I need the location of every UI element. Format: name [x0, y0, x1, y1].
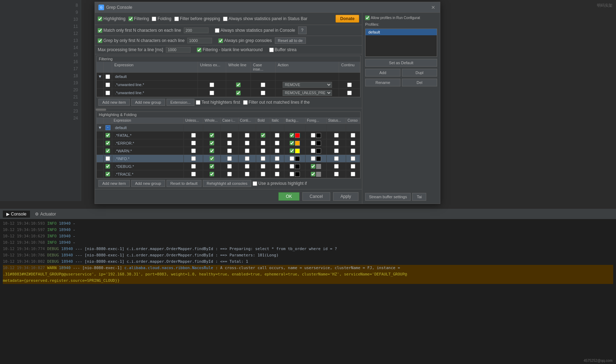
fatal-bg-check[interactable] — [290, 133, 294, 138]
always-show-console-checkbox[interactable] — [215, 28, 219, 33]
hl-group-check-icon[interactable]: − — [105, 125, 110, 130]
trace-bg-check[interactable] — [290, 172, 294, 176]
debug-status[interactable] — [334, 164, 339, 169]
reset-all-button[interactable]: Reset all to de — [275, 37, 306, 44]
fatal-checkbox[interactable] — [105, 133, 110, 138]
stream-buffer-btn[interactable]: Stream buffer settings — [365, 193, 411, 201]
always-show-status-checkbox[interactable] — [223, 17, 228, 21]
fr1-case[interactable] — [251, 81, 276, 89]
trace-italic[interactable] — [275, 172, 279, 176]
rename-profile-btn[interactable]: Rename — [365, 79, 400, 86]
filtering-blank-checkbox[interactable] — [197, 48, 201, 52]
debug-whole[interactable] — [210, 164, 214, 169]
debug-bold[interactable] — [261, 164, 265, 169]
grep-first-n-option[interactable]: Grep by only first N characters on each … — [98, 38, 185, 43]
always-show-console-option[interactable]: Always show statistics panel in Console — [215, 28, 295, 33]
warn-case[interactable] — [227, 148, 232, 153]
trace-bg-color[interactable] — [295, 172, 300, 177]
error-console[interactable] — [351, 141, 355, 145]
tab-actuator[interactable]: ⚙ Actuator — [31, 211, 60, 218]
error-bold[interactable] — [261, 141, 265, 145]
info-fg-check[interactable] — [311, 156, 315, 161]
highlighting-checkbox[interactable] — [98, 17, 102, 21]
error-bg-check[interactable] — [290, 141, 294, 145]
fatal-fg-color[interactable] — [316, 133, 321, 138]
info-bold[interactable] — [261, 156, 265, 161]
filtering-blank-option[interactable]: Filtering - blank line workaround — [197, 47, 262, 52]
fatal-bg-color[interactable] — [295, 133, 300, 138]
trace-fg-check[interactable] — [311, 172, 315, 176]
fr1-action[interactable]: REMOVE — [276, 81, 339, 89]
profile-default[interactable]: default — [366, 29, 437, 35]
debug-bg-color[interactable] — [295, 164, 300, 169]
fr1-unless-checkbox[interactable] — [210, 83, 214, 87]
warn-bold[interactable] — [261, 148, 265, 153]
fatal-console[interactable] — [351, 133, 355, 138]
trace-fg-color[interactable] — [316, 172, 321, 177]
ok-button[interactable]: OK — [278, 192, 299, 201]
error-whole[interactable] — [210, 141, 214, 145]
fatal-italic[interactable] — [275, 133, 279, 138]
info-console[interactable] — [351, 156, 355, 161]
filter-before-grepping-checkbox[interactable] — [174, 17, 179, 21]
tab-console[interactable]: ▶ Console — [3, 211, 30, 218]
error-bg-color[interactable] — [295, 141, 300, 146]
trace-case[interactable] — [227, 172, 232, 176]
always-pin-option[interactable]: Always pin grep consoles — [218, 38, 272, 43]
fatal-whole[interactable] — [210, 133, 214, 138]
filter-add-item-btn[interactable]: Add new item — [98, 99, 130, 106]
fr1-continue[interactable] — [339, 81, 360, 89]
grep-first-n-checkbox[interactable] — [98, 38, 102, 43]
trace-bold[interactable] — [261, 172, 265, 176]
hl-add-group-btn[interactable]: Add new group — [131, 180, 165, 187]
error-conti[interactable] — [245, 141, 249, 145]
warn-bg-color[interactable] — [295, 148, 300, 153]
error-fg-check[interactable] — [311, 141, 315, 145]
info-whole[interactable] — [210, 156, 214, 161]
info-checkbox[interactable] — [105, 156, 110, 161]
match-n-value-input[interactable] — [184, 28, 209, 33]
trace-conti[interactable] — [245, 172, 249, 176]
donate-button[interactable]: Donate — [336, 15, 359, 23]
hl-rehighlight-btn[interactable]: Rehighlight all consoles — [203, 180, 252, 187]
filter-out-option[interactable]: Filter out not matched lines if the — [243, 100, 310, 105]
apply-button[interactable]: Apply — [333, 192, 358, 201]
warn-status[interactable] — [334, 148, 339, 153]
add-profile-btn[interactable]: Add — [365, 69, 400, 77]
error-case[interactable] — [227, 141, 232, 145]
always-show-status-option[interactable]: Always show statistics panel in Status B… — [223, 16, 307, 21]
buffer-stream-option[interactable]: Buffer strea — [269, 47, 297, 52]
fr1-case-checkbox[interactable] — [261, 83, 265, 87]
fr2-unless[interactable] — [198, 89, 226, 97]
filter-extension-btn[interactable]: Extension... — [167, 99, 194, 106]
filtering-checkbox[interactable] — [128, 17, 133, 21]
fr2-continue-checkbox[interactable] — [347, 91, 352, 95]
help-button[interactable]: ? — [298, 26, 307, 34]
trace-unless[interactable] — [191, 172, 196, 176]
warn-console[interactable] — [351, 148, 355, 153]
delete-profile-btn[interactable]: Del — [402, 79, 437, 86]
debug-fg-color[interactable] — [316, 164, 321, 169]
warn-conti[interactable] — [245, 148, 249, 153]
test-highlighters-option[interactable]: Test highlighters first — [196, 100, 240, 105]
duplicate-profile-btn[interactable]: Dupl — [402, 69, 437, 77]
fr2-whole[interactable] — [226, 89, 251, 97]
fr1-action-select[interactable]: REMOVE — [283, 82, 332, 88]
group-checkbox[interactable] — [105, 74, 110, 79]
allow-profiles-checkbox[interactable] — [365, 16, 370, 20]
fr1-whole[interactable] — [226, 81, 251, 89]
always-pin-checkbox[interactable] — [218, 38, 223, 43]
fatal-unless[interactable] — [191, 133, 196, 138]
fc-check-group[interactable] — [104, 73, 112, 80]
filter-row2-checkbox[interactable] — [105, 91, 110, 95]
error-fg-color[interactable] — [316, 141, 321, 146]
info-status[interactable] — [334, 156, 339, 161]
trace-status[interactable] — [334, 172, 339, 176]
fr2-check[interactable] — [104, 89, 112, 97]
info-conti[interactable] — [245, 156, 249, 161]
fc-triangle[interactable]: ▼ — [97, 73, 104, 80]
buffer-stream-checkbox[interactable] — [269, 48, 274, 52]
fatal-conti[interactable] — [245, 133, 249, 138]
info-unless[interactable] — [191, 156, 196, 161]
match-first-n-option[interactable]: Match only first N characters on each li… — [98, 28, 181, 33]
